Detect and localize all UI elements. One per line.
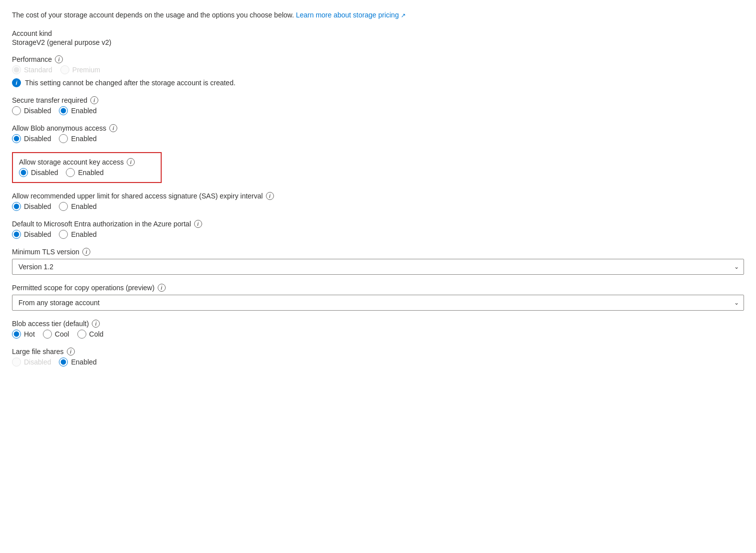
external-link-icon: ↗: [401, 12, 406, 19]
blob-access-tier-info-icon: i: [92, 320, 100, 328]
copy-scope-info-icon: i: [158, 284, 166, 292]
performance-note-icon: i: [12, 78, 21, 87]
secure-transfer-section: Secure transfer required i Disabled Enab…: [12, 96, 744, 115]
sas-expiry-enabled-option[interactable]: Enabled: [59, 202, 96, 211]
blob-tier-cold-radio[interactable]: [77, 330, 86, 339]
copy-scope-label: Permitted scope for copy operations (pre…: [12, 284, 744, 292]
blob-tier-hot-radio[interactable]: [12, 330, 21, 339]
storage-key-access-enabled-label: Enabled: [78, 169, 103, 177]
entra-auth-info-icon: i: [194, 220, 202, 228]
large-file-shares-label: Large file shares i: [12, 348, 744, 356]
blob-access-tier-section: Blob access tier (default) i Hot Cool Co…: [12, 320, 744, 339]
tls-version-select[interactable]: Version 1.0 Version 1.1 Version 1.2: [12, 259, 744, 275]
secure-transfer-enabled-option[interactable]: Enabled: [59, 106, 96, 115]
storage-key-access-enabled-option[interactable]: Enabled: [66, 168, 103, 177]
storage-pricing-link[interactable]: Learn more about storage pricing: [296, 11, 399, 19]
account-kind-value: StorageV2 (general purpose v2): [12, 38, 744, 46]
account-kind-label: Account kind: [12, 29, 744, 37]
storage-key-access-enabled-radio[interactable]: [66, 168, 75, 177]
blob-tier-hot-option[interactable]: Hot: [12, 330, 35, 339]
secure-transfer-label: Secure transfer required i: [12, 96, 744, 104]
storage-key-access-disabled-radio[interactable]: [19, 168, 28, 177]
blob-anonymous-info-icon: i: [109, 124, 117, 132]
performance-section: Performance i Standard Premium i This se…: [12, 55, 744, 87]
sas-expiry-section: Allow recommended upper limit for shared…: [12, 192, 744, 211]
large-file-shares-enabled-radio[interactable]: [59, 358, 68, 367]
secure-transfer-radio-group: Disabled Enabled: [12, 106, 744, 115]
secure-transfer-disabled-label: Disabled: [24, 107, 51, 115]
blob-access-tier-label: Blob access tier (default) i: [12, 320, 744, 328]
blob-anonymous-enabled-radio[interactable]: [59, 134, 68, 143]
entra-auth-enabled-option[interactable]: Enabled: [59, 230, 96, 239]
entra-auth-disabled-option[interactable]: Disabled: [12, 230, 51, 239]
storage-key-access-label: Allow storage account key access i: [19, 158, 155, 166]
blob-tier-cold-label: Cold: [89, 330, 104, 338]
large-file-shares-enabled-label: Enabled: [71, 358, 96, 366]
entra-auth-enabled-label: Enabled: [71, 230, 96, 238]
sas-expiry-info-icon: i: [266, 192, 274, 200]
tls-version-label: Minimum TLS version i: [12, 248, 744, 256]
entra-auth-radio-group: Disabled Enabled: [12, 230, 744, 239]
storage-key-access-disabled-option[interactable]: Disabled: [19, 168, 58, 177]
blob-anonymous-enabled-label: Enabled: [71, 135, 96, 143]
storage-key-access-section: Allow storage account key access i Disab…: [12, 152, 162, 183]
tls-version-info-icon: i: [82, 248, 90, 256]
large-file-shares-disabled-label: Disabled: [24, 358, 51, 366]
entra-auth-section: Default to Microsoft Entra authorization…: [12, 220, 744, 239]
large-file-shares-info-icon: i: [67, 348, 75, 356]
sas-expiry-disabled-option[interactable]: Disabled: [12, 202, 51, 211]
sas-expiry-disabled-label: Disabled: [24, 202, 51, 210]
large-file-shares-disabled-option[interactable]: Disabled: [12, 358, 51, 367]
secure-transfer-disabled-option[interactable]: Disabled: [12, 106, 51, 115]
blob-tier-cool-option[interactable]: Cool: [43, 330, 69, 339]
blob-tier-cool-label: Cool: [55, 330, 69, 338]
blob-anonymous-enabled-option[interactable]: Enabled: [59, 134, 96, 143]
blob-anonymous-disabled-option[interactable]: Disabled: [12, 134, 51, 143]
secure-transfer-enabled-radio[interactable]: [59, 106, 68, 115]
performance-note: i This setting cannot be changed after t…: [12, 78, 744, 87]
secure-transfer-info-icon: i: [90, 96, 98, 104]
large-file-shares-enabled-option[interactable]: Enabled: [59, 358, 96, 367]
performance-standard-option[interactable]: Standard: [12, 65, 52, 74]
large-file-shares-disabled-radio[interactable]: [12, 358, 21, 367]
blob-anonymous-disabled-label: Disabled: [24, 135, 51, 143]
secure-transfer-disabled-radio[interactable]: [12, 106, 21, 115]
blob-anonymous-section: Allow Blob anonymous access i Disabled E…: [12, 124, 744, 143]
tls-version-section: Minimum TLS version i Version 1.0 Versio…: [12, 248, 744, 275]
sas-expiry-label: Allow recommended upper limit for shared…: [12, 192, 744, 200]
account-kind-section: Account kind StorageV2 (general purpose …: [12, 29, 744, 46]
copy-scope-select-wrapper: From any storage account From storage ac…: [12, 295, 744, 311]
blob-anonymous-radio-group: Disabled Enabled: [12, 134, 744, 143]
large-file-shares-section: Large file shares i Disabled Enabled: [12, 348, 744, 367]
large-file-shares-radio-group: Disabled Enabled: [12, 358, 744, 367]
performance-label: Performance i: [12, 55, 744, 63]
performance-standard-radio[interactable]: [12, 65, 21, 74]
entra-auth-disabled-radio[interactable]: [12, 230, 21, 239]
performance-radio-group: Standard Premium: [12, 65, 744, 74]
storage-key-access-info-icon: i: [127, 158, 135, 166]
sas-expiry-enabled-radio[interactable]: [59, 202, 68, 211]
performance-premium-option[interactable]: Premium: [60, 65, 100, 74]
sas-expiry-disabled-radio[interactable]: [12, 202, 21, 211]
copy-scope-select[interactable]: From any storage account From storage ac…: [12, 295, 744, 311]
tls-version-select-wrapper: Version 1.0 Version 1.1 Version 1.2 ⌄: [12, 259, 744, 275]
performance-premium-radio[interactable]: [60, 65, 69, 74]
entra-auth-disabled-label: Disabled: [24, 230, 51, 238]
sas-expiry-radio-group: Disabled Enabled: [12, 202, 744, 211]
entra-auth-enabled-radio[interactable]: [59, 230, 68, 239]
sas-expiry-enabled-label: Enabled: [71, 202, 96, 210]
copy-scope-section: Permitted scope for copy operations (pre…: [12, 284, 744, 311]
entra-auth-label: Default to Microsoft Entra authorization…: [12, 220, 744, 228]
blob-tier-hot-label: Hot: [24, 330, 35, 338]
performance-standard-label: Standard: [24, 66, 52, 74]
blob-access-tier-radio-group: Hot Cool Cold: [12, 330, 744, 339]
blob-anonymous-disabled-radio[interactable]: [12, 134, 21, 143]
blob-tier-cool-radio[interactable]: [43, 330, 52, 339]
performance-info-icon: i: [55, 55, 63, 63]
intro-text: The cost of your storage account depends…: [12, 10, 744, 20]
secure-transfer-enabled-label: Enabled: [71, 107, 96, 115]
performance-premium-label: Premium: [72, 66, 100, 74]
blob-tier-cold-option[interactable]: Cold: [77, 330, 104, 339]
storage-key-access-disabled-label: Disabled: [31, 169, 58, 177]
storage-key-access-radio-group: Disabled Enabled: [19, 168, 155, 177]
